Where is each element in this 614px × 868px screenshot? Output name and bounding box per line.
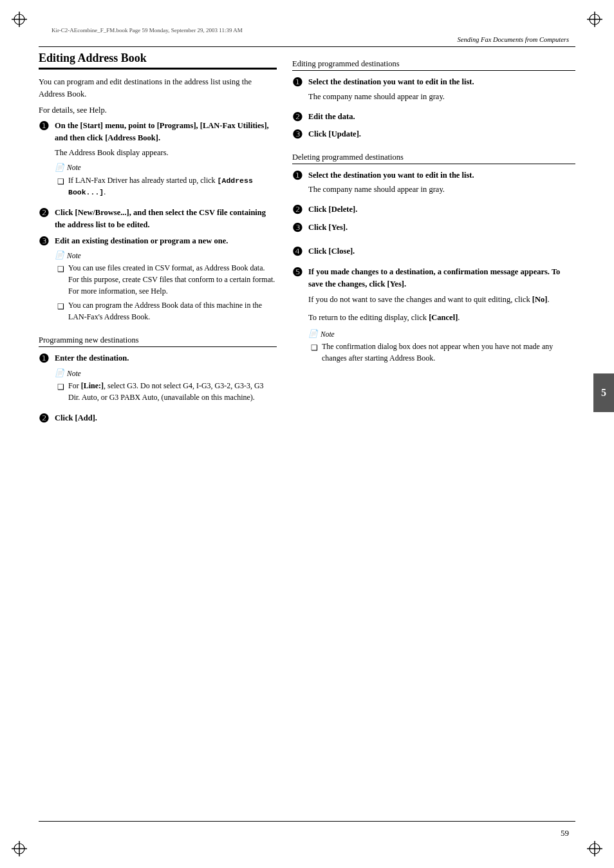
page-number: 59	[561, 828, 569, 838]
edit-step-2-content: Edit the data.	[308, 111, 355, 123]
step-3-text: Edit an existing destination or program …	[55, 235, 277, 247]
edit-step-2-text: Edit the data.	[308, 111, 355, 123]
subsection-editing-title: Editing programmed destinations	[292, 59, 575, 71]
main-step-5-num: ❺	[292, 266, 305, 280]
subsection-editing: Editing programmed destinations ❶ Select…	[292, 59, 575, 142]
intro-text: You can program and edit destinations in…	[39, 76, 277, 100]
del-step-1: ❶ Select the destination you want to edi…	[292, 169, 575, 200]
for-details: For details, see Help.	[39, 104, 277, 117]
step-1: ❶ On the [Start] menu, point to [Program…	[39, 120, 277, 203]
note-icon-5: 📄	[308, 329, 318, 339]
corner-mark-bl	[12, 833, 35, 856]
header-line	[39, 46, 575, 47]
corner-mark-tl	[12, 12, 35, 35]
header-section: Sending Fax Documents from Computers	[458, 36, 569, 43]
del-step-2-num: ❷	[292, 203, 305, 218]
del-step-2: ❷ Click [Delete].	[292, 203, 575, 218]
main-step-4-text: Click [Close].	[308, 245, 355, 258]
prog-step-1-text: Enter the destination.	[55, 352, 277, 364]
note-label-prog1: 📄 Note	[55, 368, 277, 378]
subsection-deleting-title: Deleting programmed destinations	[292, 153, 575, 164]
footer-line	[39, 821, 575, 822]
note-item-3-2: ❑ You can program the Address Book data …	[55, 299, 277, 323]
prog-step-2: ❷ Click [Add].	[39, 412, 277, 426]
right-column: Editing programmed destinations ❶ Select…	[292, 52, 575, 816]
step-3-num: ❸	[39, 235, 51, 249]
chapter-tab: 5	[593, 373, 614, 412]
corner-mark-tr	[579, 12, 602, 35]
del-step-3-content: Click [Yes].	[308, 222, 348, 234]
main-step-5: ❺ If you made changes to a destination, …	[292, 266, 575, 369]
del-step-1-content: Select the destination you want to edit …	[308, 169, 474, 200]
prog-step-1-note: 📄 Note ❑ For [Line:], select G3. Do not …	[55, 368, 277, 403]
del-step-3-text: Click [Yes].	[308, 222, 348, 234]
note-label-1: 📄 Note	[55, 163, 277, 173]
step-1-content: On the [Start] menu, point to [Programs]…	[55, 120, 277, 203]
prog-step-2-num: ❷	[39, 412, 51, 426]
edit-step-2-num: ❷	[292, 111, 305, 125]
del-step-2-content: Click [Delete].	[308, 203, 357, 216]
prog-step-2-content: Click [Add].	[55, 412, 97, 424]
edit-step-1-subtext: The company name should appear in gray.	[308, 91, 474, 103]
prog-step-1-content: Enter the destination. 📄 Note ❑ For [Lin…	[55, 352, 277, 408]
del-step-1-subtext: The company name should appear in gray.	[308, 184, 474, 196]
header-filename: Kir-C2-AEcombine_F_FM.book Page 59 Monda…	[51, 27, 243, 33]
step-1-note: 📄 Note ❑ If LAN-Fax Driver has already s…	[55, 163, 277, 198]
main-step-4-content: Click [Close].	[308, 245, 355, 258]
edit-step-1: ❶ Select the destination you want to edi…	[292, 76, 575, 107]
step-3-note: 📄 Note ❑ You can use files created in CS…	[55, 250, 277, 323]
main-step-5-text: If you made changes to a destination, a …	[308, 266, 575, 290]
subsection-programming-title: Programming new destinations	[39, 335, 277, 347]
note-item-1-1: ❑ If LAN-Fax Driver has already started …	[55, 175, 277, 198]
main-step-4: ❹ Click [Close].	[292, 245, 575, 259]
subsection-programming: Programming new destinations ❶ Enter the…	[39, 335, 277, 426]
step-2-text: Click [New/Browse...], and then select t…	[55, 207, 277, 231]
note-item-prog1-1: ❑ For [Line:], select G3. Do not select …	[55, 380, 277, 403]
del-step-1-num: ❶	[292, 169, 305, 184]
corner-mark-br	[579, 833, 602, 856]
edit-step-3-content: Click [Update].	[308, 128, 361, 140]
prog-step-1-num: ❶	[39, 352, 51, 366]
step-3: ❸ Edit an existing destination or progra…	[39, 235, 277, 328]
main-step-5-content: If you made changes to a destination, a …	[308, 266, 575, 369]
step-2-content: Click [New/Browse...], and then select t…	[55, 207, 277, 231]
step-1-num: ❶	[39, 120, 51, 134]
edit-step-1-text: Select the destination you want to edit …	[308, 76, 474, 88]
prog-step-1: ❶ Enter the destination. 📄 Note ❑ For [L…	[39, 352, 277, 408]
note-label-5: 📄 Note	[308, 329, 575, 339]
del-step-3: ❸ Click [Yes].	[292, 222, 575, 236]
main-content: Editing Address Book You can program and…	[39, 52, 575, 816]
step5-para2: To return to the editing display, click …	[308, 312, 575, 324]
edit-step-3: ❸ Click [Update].	[292, 128, 575, 142]
edit-step-1-content: Select the destination you want to edit …	[308, 76, 474, 107]
edit-step-2: ❷ Edit the data.	[292, 111, 575, 125]
step-1-subtext: The Address Book display appears.	[55, 147, 277, 159]
del-step-3-num: ❸	[292, 222, 305, 236]
note-icon-3: 📄	[55, 250, 64, 260]
del-step-1-text: Select the destination you want to edit …	[308, 169, 474, 182]
note-icon-1: 📄	[55, 163, 64, 173]
note-item-5-1: ❑ The confirmation dialog box does not a…	[308, 341, 575, 364]
edit-step-3-num: ❸	[292, 128, 305, 142]
step-2-num: ❷	[39, 207, 51, 221]
del-step-2-text: Click [Delete].	[308, 203, 357, 216]
left-column: Editing Address Book You can program and…	[39, 52, 277, 816]
edit-step-1-num: ❶	[292, 76, 305, 90]
step-2: ❷ Click [New/Browse...], and then select…	[39, 207, 277, 231]
step-1-text: On the [Start] menu, point to [Programs]…	[55, 120, 277, 144]
step5-note: 📄 Note ❑ The confirmation dialog box doe…	[308, 329, 575, 364]
note-label-3: 📄 Note	[55, 250, 277, 260]
subsection-deleting: Deleting programmed destinations ❶ Selec…	[292, 153, 575, 236]
main-step-4-num: ❹	[292, 245, 305, 259]
note-item-3-1: ❑ You can use files created in CSV forma…	[55, 262, 277, 297]
section-title: Editing Address Book	[39, 52, 277, 70]
note-icon-prog1: 📄	[55, 368, 64, 378]
edit-step-3-text: Click [Update].	[308, 128, 361, 140]
step-3-content: Edit an existing destination or program …	[55, 235, 277, 328]
step5-para1: If you do not want to save the changes a…	[308, 294, 575, 306]
prog-step-2-text: Click [Add].	[55, 412, 97, 424]
